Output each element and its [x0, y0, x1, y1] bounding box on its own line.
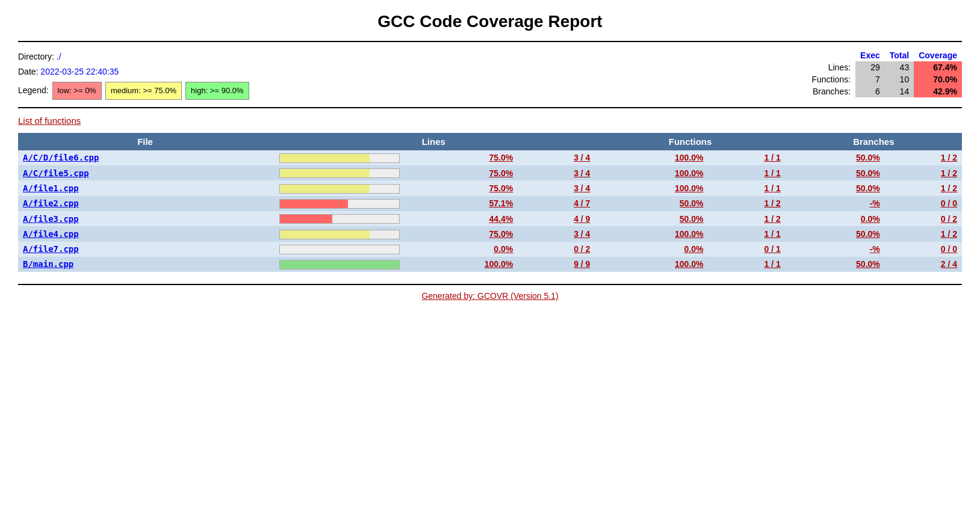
- branch-ratio[interactable]: 0 / 0: [885, 196, 962, 211]
- branch-pct[interactable]: 50.0%: [786, 257, 885, 272]
- lines-ratio-link[interactable]: 4 / 7: [574, 198, 590, 208]
- branch-pct-link[interactable]: 50.0%: [856, 168, 880, 178]
- lines-ratio[interactable]: 3 / 4: [518, 165, 595, 180]
- lines-pct[interactable]: 100.0%: [405, 257, 518, 272]
- lines-ratio-link[interactable]: 9 / 9: [574, 259, 590, 269]
- func-pct-link[interactable]: 0.0%: [684, 244, 704, 254]
- func-pct-link[interactable]: 50.0%: [680, 214, 704, 224]
- func-pct-link[interactable]: 100.0%: [675, 168, 703, 178]
- func-ratio-link[interactable]: 1 / 1: [764, 229, 780, 239]
- lines-pct[interactable]: 75.0%: [405, 165, 518, 180]
- file-link[interactable]: A/file7.cpp: [23, 244, 79, 254]
- lines-ratio[interactable]: 3 / 4: [518, 180, 595, 195]
- file-link[interactable]: A/file4.cpp: [23, 229, 79, 239]
- func-ratio-link[interactable]: 0 / 1: [764, 244, 780, 254]
- branch-pct-link[interactable]: 0.0%: [861, 214, 880, 224]
- func-pct[interactable]: 50.0%: [595, 211, 708, 226]
- file-link[interactable]: A/file2.cpp: [23, 198, 79, 208]
- func-pct-link[interactable]: 100.0%: [675, 153, 703, 162]
- func-pct[interactable]: 100.0%: [595, 150, 708, 165]
- lines-pct[interactable]: 75.0%: [405, 180, 518, 195]
- file-link[interactable]: A/file1.cpp: [23, 183, 79, 193]
- func-ratio-link[interactable]: 1 / 1: [764, 153, 780, 162]
- footer-link[interactable]: Generated by: GCOVR (Version 5.1): [421, 291, 558, 301]
- func-ratio[interactable]: 1 / 1: [709, 165, 786, 180]
- branch-pct[interactable]: 50.0%: [786, 165, 885, 180]
- lines-pct-link[interactable]: 75.0%: [489, 168, 513, 178]
- file-link[interactable]: A/file3.cpp: [23, 214, 79, 224]
- func-pct[interactable]: 100.0%: [595, 226, 708, 241]
- branch-ratio[interactable]: 1 / 2: [885, 150, 962, 165]
- func-pct[interactable]: 0.0%: [595, 242, 708, 257]
- lines-pct[interactable]: 0.0%: [405, 242, 518, 257]
- branch-pct[interactable]: 0.0%: [786, 211, 885, 226]
- branch-ratio[interactable]: 0 / 2: [885, 211, 962, 226]
- lines-pct-link[interactable]: 0.0%: [494, 244, 513, 254]
- func-ratio[interactable]: 1 / 1: [709, 257, 786, 272]
- lines-pct[interactable]: 75.0%: [405, 150, 518, 165]
- lines-pct-link[interactable]: 75.0%: [489, 229, 513, 239]
- branch-ratio[interactable]: 1 / 2: [885, 226, 962, 241]
- branch-ratio-link[interactable]: 2 / 4: [941, 259, 957, 269]
- lines-pct-link[interactable]: 100.0%: [485, 259, 513, 269]
- lines-pct-link[interactable]: 44.4%: [489, 214, 513, 224]
- branch-pct-link[interactable]: -%: [870, 198, 880, 208]
- func-pct[interactable]: 100.0%: [595, 165, 708, 180]
- func-ratio[interactable]: 0 / 1: [709, 242, 786, 257]
- branch-pct-link[interactable]: 50.0%: [856, 183, 880, 193]
- branch-pct[interactable]: 50.0%: [786, 150, 885, 165]
- lines-pct[interactable]: 44.4%: [405, 211, 518, 226]
- lines-ratio-link[interactable]: 3 / 4: [574, 183, 590, 193]
- func-pct[interactable]: 50.0%: [595, 196, 708, 211]
- lines-pct[interactable]: 57.1%: [405, 196, 518, 211]
- func-pct-link[interactable]: 50.0%: [680, 198, 704, 208]
- branch-ratio-link[interactable]: 1 / 2: [941, 168, 957, 178]
- lines-ratio[interactable]: 3 / 4: [518, 150, 595, 165]
- func-ratio-link[interactable]: 1 / 2: [764, 198, 780, 208]
- lines-pct-link[interactable]: 75.0%: [489, 153, 513, 162]
- func-ratio[interactable]: 1 / 2: [709, 211, 786, 226]
- func-pct-link[interactable]: 100.0%: [675, 259, 703, 269]
- branch-ratio[interactable]: 0 / 0: [885, 242, 962, 257]
- lines-ratio-link[interactable]: 3 / 4: [574, 153, 590, 162]
- branch-pct[interactable]: 50.0%: [786, 180, 885, 195]
- branch-ratio-link[interactable]: 1 / 2: [941, 153, 957, 162]
- branch-ratio[interactable]: 1 / 2: [885, 180, 962, 195]
- lines-ratio-link[interactable]: 4 / 9: [574, 214, 590, 224]
- branch-pct[interactable]: 50.0%: [786, 226, 885, 241]
- branch-pct[interactable]: -%: [786, 196, 885, 211]
- file-link[interactable]: B/main.cpp: [23, 259, 73, 269]
- branch-pct-link[interactable]: 50.0%: [856, 153, 880, 162]
- branch-ratio-link[interactable]: 1 / 2: [941, 229, 957, 239]
- branch-pct[interactable]: -%: [786, 242, 885, 257]
- lines-ratio[interactable]: 4 / 9: [518, 211, 595, 226]
- func-pct[interactable]: 100.0%: [595, 257, 708, 272]
- lines-ratio-link[interactable]: 0 / 2: [574, 244, 590, 254]
- lines-ratio[interactable]: 3 / 4: [518, 226, 595, 241]
- branch-ratio[interactable]: 2 / 4: [885, 257, 962, 272]
- lines-pct[interactable]: 75.0%: [405, 226, 518, 241]
- lines-ratio-link[interactable]: 3 / 4: [574, 229, 590, 239]
- func-pct[interactable]: 100.0%: [595, 180, 708, 195]
- branch-pct-link[interactable]: 50.0%: [856, 229, 880, 239]
- func-ratio[interactable]: 1 / 1: [709, 226, 786, 241]
- branch-ratio[interactable]: 1 / 2: [885, 165, 962, 180]
- func-pct-link[interactable]: 100.0%: [675, 183, 703, 193]
- branch-ratio-link[interactable]: 0 / 0: [941, 198, 957, 208]
- func-ratio-link[interactable]: 1 / 2: [764, 214, 780, 224]
- func-ratio[interactable]: 1 / 2: [709, 196, 786, 211]
- func-ratio-link[interactable]: 1 / 1: [764, 259, 780, 269]
- lines-pct-link[interactable]: 75.0%: [489, 183, 513, 193]
- lines-pct-link[interactable]: 57.1%: [489, 198, 513, 208]
- branch-pct-link[interactable]: 50.0%: [856, 259, 880, 269]
- func-ratio[interactable]: 1 / 1: [709, 150, 786, 165]
- list-of-functions-link[interactable]: List of functions: [18, 115, 81, 126]
- branch-pct-link[interactable]: -%: [870, 244, 880, 254]
- file-link[interactable]: A/C/D/file6.cpp: [23, 153, 99, 162]
- lines-ratio-link[interactable]: 3 / 4: [574, 168, 590, 178]
- func-ratio-link[interactable]: 1 / 1: [764, 183, 780, 193]
- func-ratio-link[interactable]: 1 / 1: [764, 168, 780, 178]
- branch-ratio-link[interactable]: 0 / 2: [941, 214, 957, 224]
- branch-ratio-link[interactable]: 1 / 2: [941, 183, 957, 193]
- lines-ratio[interactable]: 0 / 2: [518, 242, 595, 257]
